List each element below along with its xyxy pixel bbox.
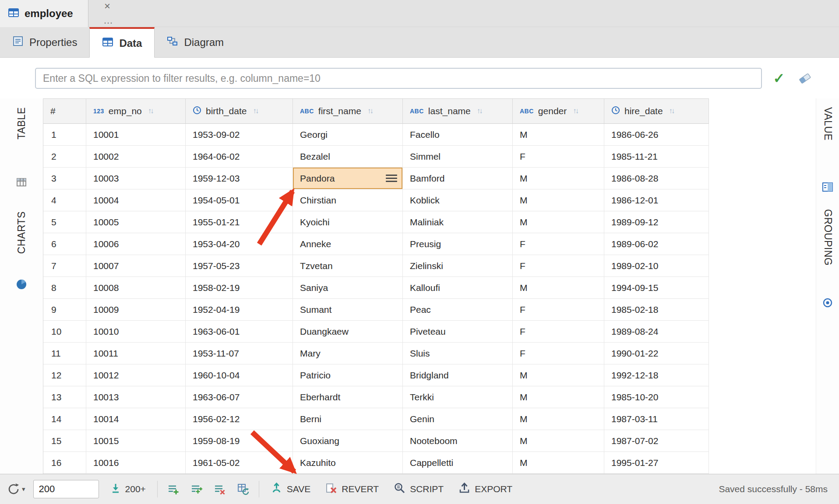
cell-emp_no[interactable]: 10002 — [86, 146, 186, 168]
sort-icon[interactable]: ↑↓ — [366, 107, 372, 116]
cell-first_name[interactable]: Georgi — [293, 124, 403, 146]
column-header-index[interactable]: # — [43, 99, 86, 124]
refresh-button[interactable]: ▾ — [7, 483, 25, 496]
column-header-gender[interactable]: ABC gender ↑↓ — [513, 99, 604, 124]
cell-first_name[interactable]: Duangkaew — [293, 321, 403, 343]
sort-icon[interactable]: ↑↓ — [667, 107, 674, 116]
cell-first_name[interactable]: Saniya — [293, 277, 403, 299]
cell-hire_date[interactable]: 1989-06-02 — [604, 233, 709, 255]
cell-birth_date[interactable]: 1956-02-12 — [186, 408, 293, 430]
cell-birth_date[interactable]: 1963-06-07 — [186, 386, 293, 408]
revert-button[interactable]: REVERT — [322, 480, 382, 499]
cell-last_name[interactable]: Nooteboom — [403, 430, 513, 452]
sort-icon[interactable]: ↑↓ — [475, 107, 482, 116]
cell-gender[interactable]: M — [513, 430, 604, 452]
column-header-birth-date[interactable]: birth_date ↑↓ — [186, 99, 293, 124]
cell-first_name[interactable]: Kazuhito — [293, 452, 403, 474]
sort-icon[interactable]: ↑↓ — [146, 107, 153, 116]
cell-birth_date[interactable]: 1955-01-21 — [186, 211, 293, 233]
cell-first_name[interactable]: Patricio — [293, 364, 403, 386]
sql-filter-input[interactable] — [35, 68, 762, 89]
add-row-icon[interactable] — [166, 482, 181, 497]
column-header-hire-date[interactable]: hire_date ↑↓ — [604, 99, 709, 124]
delete-row-icon[interactable] — [212, 482, 227, 497]
cell-birth_date[interactable]: 1958-02-19 — [186, 277, 293, 299]
cell-last_name[interactable]: Sluis — [403, 343, 513, 364]
cell-first_name[interactable]: Berni — [293, 408, 403, 430]
cell-emp_no[interactable]: 10014 — [86, 408, 186, 430]
cell-gender[interactable]: M — [513, 189, 604, 211]
cell-birth_date[interactable]: 1964-06-02 — [186, 146, 293, 168]
cell-emp_no[interactable]: 10004 — [86, 189, 186, 211]
fetch-size-input[interactable] — [33, 480, 99, 498]
cell-gender[interactable]: F — [513, 321, 604, 343]
grouping-panel-toggle[interactable]: GROUPING — [816, 209, 839, 266]
apply-filter-button[interactable]: ✓ — [769, 69, 789, 88]
cell-first_name[interactable]: Bezalel — [293, 146, 403, 168]
cell-last_name[interactable]: Zielinski — [403, 255, 513, 277]
cell-hire_date[interactable]: 1989-02-10 — [604, 255, 709, 277]
export-button[interactable]: EXPORT — [455, 480, 516, 499]
fetch-more-button[interactable]: 200+ — [107, 480, 149, 498]
cell-hire_date[interactable]: 1986-12-01 — [604, 189, 709, 211]
cell-first_name[interactable]: Pandora — [293, 168, 403, 189]
cell-birth_date[interactable]: 1957-05-23 — [186, 255, 293, 277]
cell-gender[interactable]: M — [513, 211, 604, 233]
tab-diagram[interactable]: Diagram — [155, 27, 236, 57]
refresh-grid-icon[interactable] — [235, 481, 251, 497]
cell-emp_no[interactable]: 10015 — [86, 430, 186, 452]
overflow-menu-icon[interactable]: … — [103, 15, 113, 26]
cell-first_name[interactable]: Sumant — [293, 299, 403, 321]
duplicate-row-icon[interactable] — [189, 482, 204, 497]
table-panel-icon[interactable] — [0, 177, 43, 188]
cell-last_name[interactable]: Koblick — [403, 189, 513, 211]
tab-properties[interactable]: Properties — [0, 27, 89, 57]
cell-last_name[interactable]: Genin — [403, 408, 513, 430]
cell-hire_date[interactable]: 1989-09-12 — [604, 211, 709, 233]
cell-emp_no[interactable]: 10005 — [86, 211, 186, 233]
tab-employee[interactable]: employee — [0, 0, 88, 27]
cell-last_name[interactable]: Cappelletti — [403, 452, 513, 474]
cell-hire_date[interactable]: 1989-08-24 — [604, 321, 709, 343]
cell-birth_date[interactable]: 1959-12-03 — [186, 168, 293, 189]
cell-last_name[interactable]: Peac — [403, 299, 513, 321]
cell-hire_date[interactable]: 1990-01-22 — [604, 343, 709, 364]
cell-birth_date[interactable]: 1952-04-19 — [186, 299, 293, 321]
cell-gender[interactable]: M — [513, 124, 604, 146]
cell-hire_date[interactable]: 1987-03-11 — [604, 408, 709, 430]
cell-last_name[interactable]: Preusig — [403, 233, 513, 255]
cell-gender[interactable]: M — [513, 452, 604, 474]
grouping-panel-icon[interactable] — [816, 298, 839, 308]
cell-hire_date[interactable]: 1994-09-15 — [604, 277, 709, 299]
cell-gender[interactable]: F — [513, 255, 604, 277]
cell-emp_no[interactable]: 10008 — [86, 277, 186, 299]
cell-gender[interactable]: M — [513, 408, 604, 430]
cell-gender[interactable]: M — [513, 364, 604, 386]
cell-emp_no[interactable]: 10012 — [86, 364, 186, 386]
cell-hire_date[interactable]: 1985-11-21 — [604, 146, 709, 168]
cell-first_name[interactable]: Kyoichi — [293, 211, 403, 233]
cell-emp_no[interactable]: 10010 — [86, 321, 186, 343]
cell-birth_date[interactable]: 1961-05-02 — [186, 452, 293, 474]
cell-birth_date[interactable]: 1960-10-04 — [186, 364, 293, 386]
cell-first_name[interactable]: Anneke — [293, 233, 403, 255]
value-panel-toggle[interactable]: VALUE — [816, 107, 839, 140]
cell-last_name[interactable]: Bamford — [403, 168, 513, 189]
cell-emp_no[interactable]: 10016 — [86, 452, 186, 474]
cell-gender[interactable]: M — [513, 168, 604, 189]
cell-gender[interactable]: M — [513, 386, 604, 408]
cell-birth_date[interactable]: 1953-11-07 — [186, 343, 293, 364]
cell-gender[interactable]: F — [513, 299, 604, 321]
cell-emp_no[interactable]: 10007 — [86, 255, 186, 277]
cell-first_name[interactable]: Mary — [293, 343, 403, 364]
cell-gender[interactable]: F — [513, 343, 604, 364]
cell-hire_date[interactable]: 1985-10-20 — [604, 386, 709, 408]
sort-icon[interactable]: ↑↓ — [571, 107, 578, 116]
cell-hire_date[interactable]: 1985-02-18 — [604, 299, 709, 321]
cell-birth_date[interactable]: 1953-09-02 — [186, 124, 293, 146]
cell-emp_no[interactable]: 10001 — [86, 124, 186, 146]
cell-birth_date[interactable]: 1963-06-01 — [186, 321, 293, 343]
close-icon[interactable]: × — [104, 1, 110, 11]
column-header-first-name[interactable]: ABC first_name ↑↓ — [293, 99, 403, 124]
cell-gender[interactable]: F — [513, 233, 604, 255]
